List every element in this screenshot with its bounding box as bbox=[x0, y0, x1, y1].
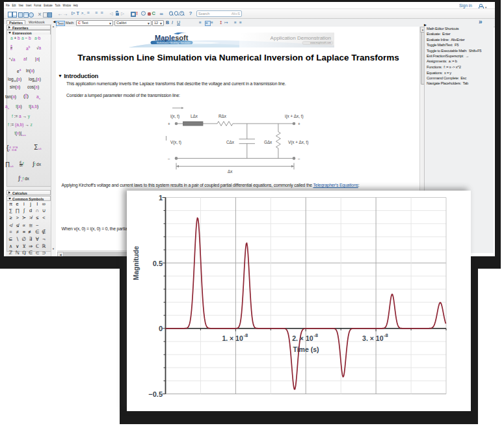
svg-text:3. × 10: 3. × 10 bbox=[362, 334, 384, 342]
svg-text:1: 1 bbox=[159, 194, 163, 202]
svg-text:RΔx: RΔx bbox=[219, 114, 227, 118]
svg-text:i(x, t): i(x, t) bbox=[170, 114, 179, 119]
svg-text:−0.5: −0.5 bbox=[148, 390, 163, 398]
svg-text:V(x, t): V(x, t) bbox=[170, 140, 181, 145]
svg-text:Mathematics • Modeling • Simul: Mathematics • Modeling • Simulation bbox=[157, 42, 191, 44]
svg-text:0: 0 bbox=[159, 325, 163, 332]
svg-text:−: − bbox=[298, 157, 300, 161]
svg-text:CΔx: CΔx bbox=[226, 140, 235, 144]
svg-text:-8: -8 bbox=[243, 332, 248, 338]
svg-text:+: + bbox=[298, 122, 300, 126]
svg-text:Δx: Δx bbox=[228, 169, 233, 174]
svg-text:V(x + Δx, t): V(x + Δx, t) bbox=[288, 140, 308, 145]
svg-text:Magnitude: Magnitude bbox=[132, 246, 140, 280]
svg-text:Time (s): Time (s) bbox=[293, 345, 319, 353]
svg-text:LΔx: LΔx bbox=[191, 114, 198, 118]
svg-text:Application Demonstration: Application Demonstration bbox=[271, 35, 331, 41]
svg-text:-8: -8 bbox=[313, 332, 318, 338]
svg-text:0.5: 0.5 bbox=[153, 260, 163, 267]
svg-text:−: − bbox=[168, 157, 170, 161]
svg-text:-8: -8 bbox=[384, 332, 388, 338]
svg-text:+: + bbox=[168, 122, 170, 126]
svg-text:Maplesoft: Maplesoft bbox=[155, 34, 189, 42]
svg-text:i(x + Δx, t): i(x + Δx, t) bbox=[285, 114, 304, 119]
svg-text:GΔx: GΔx bbox=[264, 140, 272, 144]
svg-text:www.maplesoft.com: www.maplesoft.com bbox=[310, 42, 331, 44]
svg-text:2. × 10: 2. × 10 bbox=[292, 334, 313, 342]
svg-text:1. × 10: 1. × 10 bbox=[222, 334, 243, 342]
